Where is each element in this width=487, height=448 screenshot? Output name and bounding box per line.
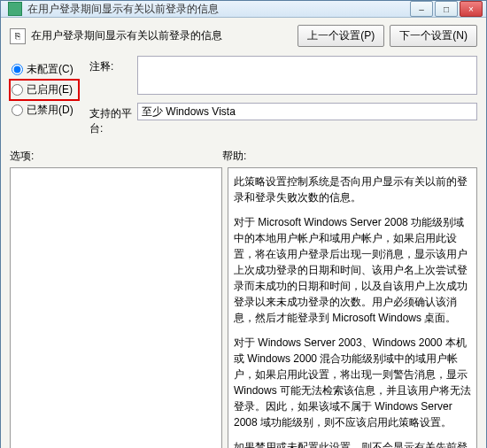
radio-enabled-label: 已启用(E) [27,82,73,97]
header-row: ⎘ 在用户登录期间显示有关以前登录的信息 上一个设置(P) 下一个设置(N) [10,25,477,47]
policy-icon: ⎘ [10,28,26,44]
radio-group: 未配置(C) 已启用(E) 已禁用(D) [10,56,79,142]
close-button[interactable]: × [460,1,483,17]
comment-label: 注释: [89,56,137,74]
options-pane[interactable] [10,167,222,448]
form-column: 注释: 支持的平台: [89,56,477,142]
content-area: ⎘ 在用户登录期间显示有关以前登录的信息 上一个设置(P) 下一个设置(N) 未… [1,18,486,448]
options-label: 选项: [10,149,222,164]
dialog-window: 在用户登录期间显示有关以前登录的信息 – □ × ⎘ 在用户登录期间显示有关以前… [0,0,487,448]
comment-row: 注释: [89,56,477,97]
help-p1: 此策略设置控制系统是否向用户显示有关以前的登录和登录失败次数的信息。 [234,174,471,205]
minimize-button[interactable]: – [410,1,433,17]
titlebar[interactable]: 在用户登录期间显示有关以前登录的信息 – □ × [1,1,486,18]
help-p2: 对于 Microsoft Windows Server 2008 功能级别域中的… [234,214,471,326]
nav-buttons: 上一个设置(P) 下一个设置(N) [298,25,477,47]
config-area: 未配置(C) 已启用(E) 已禁用(D) 注释: [10,56,477,142]
help-label: 帮助: [222,149,246,164]
window-title: 在用户登录期间显示有关以前登录的信息 [27,2,410,17]
next-setting-button[interactable]: 下一个设置(N) [390,25,477,47]
radio-enabled[interactable]: 已启用(E) [10,80,79,100]
policy-title: 在用户登录期间显示有关以前登录的信息 [31,28,298,43]
comment-input[interactable] [137,56,477,95]
platform-input [137,103,477,120]
radio-enabled-input[interactable] [12,84,23,96]
radio-not-configured-label: 未配置(C) [27,62,73,77]
radio-not-configured-input[interactable] [12,64,23,75]
help-p3: 对于 Windows Server 2003、Windows 2000 本机或 … [234,335,471,430]
prev-setting-button[interactable]: 上一个设置(P) [298,25,384,47]
maximize-button[interactable]: □ [435,1,458,17]
radio-disabled-input[interactable] [12,104,23,116]
platform-row: 支持的平台: [89,103,477,136]
app-icon [8,2,22,16]
platform-label: 支持的平台: [89,103,137,136]
window-controls: – □ × [410,1,483,17]
mid-labels: 选项: 帮助: [10,149,477,164]
radio-not-configured[interactable]: 未配置(C) [10,59,79,80]
help-pane[interactable]: 此策略设置控制系统是否向用户显示有关以前的登录和登录失败次数的信息。 对于 Mi… [228,167,477,448]
panes: 此策略设置控制系统是否向用户显示有关以前的登录和登录失败次数的信息。 对于 Mi… [10,167,477,448]
help-p4: 如果禁用或未配置此设置，则不会显示有关先前登录或登录失败的消息。 [234,439,471,448]
radio-disabled[interactable]: 已禁用(D) [10,100,79,120]
radio-disabled-label: 已禁用(D) [27,103,73,118]
